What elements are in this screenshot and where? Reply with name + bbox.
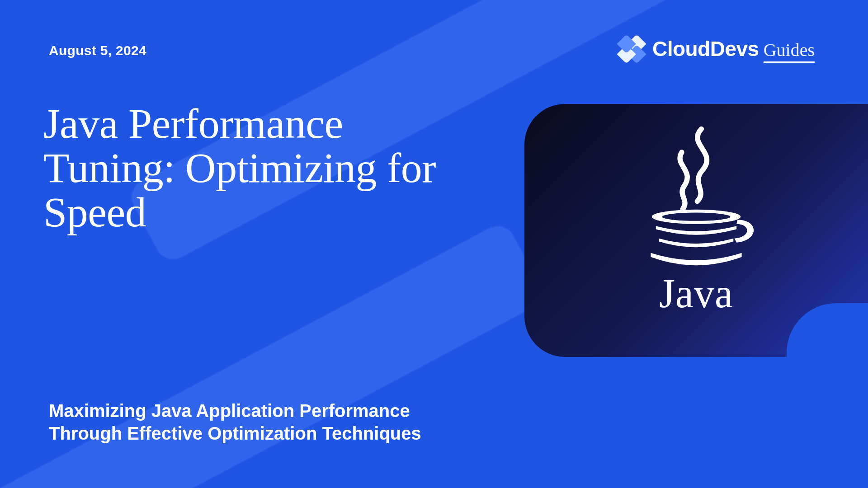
brand-block: CloudDevs Guides (617, 35, 815, 64)
java-logo: Java (619, 124, 773, 336)
brand-main: CloudDevs (652, 37, 759, 61)
page-subtitle: Maximizing Java Application Performance … (49, 399, 465, 445)
slide: August 5, 2024 CloudDevs Guides Java Per… (0, 0, 868, 488)
publish-date: August 5, 2024 (49, 43, 146, 58)
brand-sub: Guides (764, 39, 815, 63)
svg-point-1 (662, 213, 731, 221)
brand-text: CloudDevs Guides (652, 37, 815, 63)
java-wordmark: Java (659, 270, 733, 317)
brush-stroke-decoration (0, 220, 547, 488)
feature-card: Java (524, 104, 868, 357)
clouddevs-logo-icon (611, 29, 652, 70)
page-title: Java Performance Tuning: Optimizing for … (43, 102, 482, 234)
java-cup-icon (628, 124, 764, 268)
